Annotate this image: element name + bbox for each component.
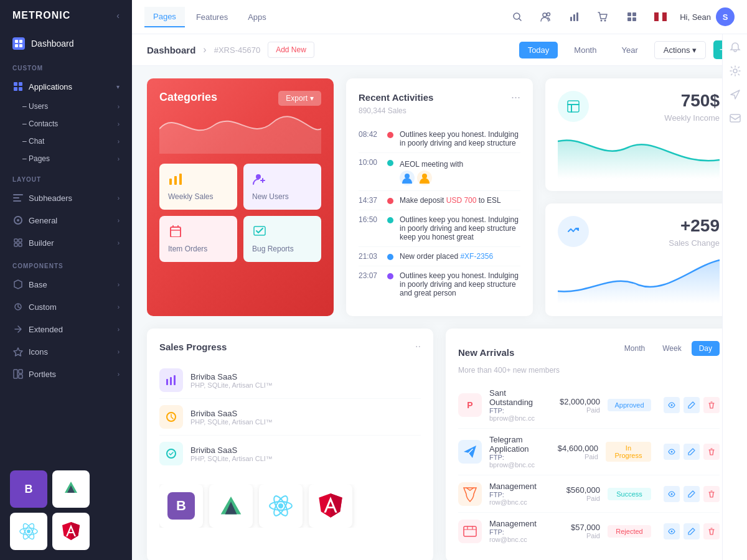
main-area: Pages Features Apps Hi, Sean [132, 0, 747, 560]
weekly-sales-icon [168, 172, 228, 189]
arrival-delete-4[interactable] [703, 523, 720, 539]
arrival-paid-2: Paid [542, 453, 598, 460]
sidebar-item-base[interactable]: Base › [0, 273, 132, 296]
activity-item-6: 23:07 Outlines keep you honest. Indulgin… [359, 266, 520, 302]
angular-logo[interactable] [309, 484, 352, 528]
bootstrap-logo[interactable]: B [159, 484, 203, 528]
arrival-view-4[interactable] [664, 523, 680, 539]
sidebar-item-contacts[interactable]: – Contacts › [0, 115, 132, 133]
arrivals-tab-day[interactable]: Day [692, 341, 720, 356]
arrival-delete-3[interactable] [703, 486, 720, 502]
sidebar-item-builder[interactable]: Builder › [0, 231, 132, 254]
flag-icon[interactable] [651, 7, 670, 26]
sidebar-item-chat[interactable]: – Chat › [0, 133, 132, 150]
svg-rect-44 [171, 227, 181, 237]
framework-icons: B [0, 460, 132, 560]
svg-rect-36 [632, 17, 636, 21]
svg-rect-62 [464, 526, 476, 536]
vue-logo[interactable] [209, 484, 253, 528]
year-button[interactable]: Year [613, 42, 646, 58]
category-item-orders[interactable]: Item Orders [159, 216, 237, 262]
svg-rect-16 [19, 243, 22, 246]
sidebar-logo: METRONIC ‹ [0, 0, 132, 31]
tab-apps[interactable]: Apps [239, 7, 275, 27]
arrival-edit-4[interactable] [684, 523, 700, 539]
icons-arrow: › [118, 348, 120, 355]
panel-mail-icon[interactable] [730, 113, 741, 126]
cart-icon[interactable] [594, 7, 613, 26]
sidebar-dashboard-item[interactable]: Dashboard [0, 31, 132, 56]
sidebar-item-extended[interactable]: Extended › [0, 318, 132, 340]
arrival-delete-2[interactable] [703, 444, 720, 460]
svg-rect-4 [14, 82, 17, 86]
top-navigation: Pages Features Apps Hi, Sean [132, 0, 747, 34]
general-icon [12, 215, 24, 226]
svg-point-46 [405, 174, 410, 179]
right-panel [722, 34, 747, 560]
user-menu[interactable]: Hi, Sean S [680, 7, 735, 26]
arrivals-tabs: Month Week Day [617, 341, 720, 356]
sidebar-item-applications[interactable]: Applications ▾ [0, 75, 132, 98]
svg-rect-39 [662, 12, 667, 21]
pages-arrow: › [118, 156, 120, 162]
category-weekly-sales[interactable]: Weekly Sales [159, 164, 237, 210]
arrival-edit-3[interactable] [684, 486, 700, 502]
category-bug-reports[interactable]: Bug Reports [243, 216, 321, 262]
user-group-icon[interactable] [537, 7, 555, 26]
activities-subtitle: 890,344 Sales [359, 106, 520, 115]
add-new-button[interactable]: Add New [268, 42, 314, 58]
sales-icon-2 [159, 405, 183, 429]
panel-bell-icon[interactable] [730, 42, 741, 55]
sales-progress-card: Sales Progress ·· Briviba SaaS PHP, SQLi… [147, 329, 433, 560]
actions-button[interactable]: Actions ▾ [654, 41, 706, 59]
sidebar-item-icons[interactable]: Icons › [0, 340, 132, 363]
grid-icon[interactable] [622, 7, 641, 26]
search-icon-button[interactable] [508, 7, 527, 26]
activities-menu[interactable]: ··· [511, 91, 520, 104]
sidebar-item-pages[interactable]: – Pages › [0, 150, 132, 167]
react-icon[interactable] [10, 513, 47, 550]
tab-pages[interactable]: Pages [144, 7, 185, 27]
sales-menu[interactable]: ·· [415, 341, 421, 352]
sidebar-item-general[interactable]: General › [0, 209, 132, 231]
month-button[interactable]: Month [565, 42, 605, 58]
activity-time-3: 14:37 [359, 196, 381, 205]
base-arrow: › [118, 281, 120, 288]
activity-text-5: New order placed #XF-2356 [400, 252, 520, 261]
svg-text:P: P [467, 400, 472, 410]
sidebar-collapse-button[interactable]: ‹ [116, 11, 120, 21]
svg-point-31 [601, 20, 603, 22]
arrival-row-1: P Sant Outstanding FTP: bprow@bnc.cc $2,… [458, 382, 720, 429]
bootstrap-icon[interactable]: B [10, 470, 47, 508]
general-arrow: › [118, 217, 120, 224]
portlets-label: Portlets [29, 370, 56, 379]
category-new-users[interactable]: New Users [243, 164, 321, 210]
sidebar-item-custom[interactable]: Custom › [0, 296, 132, 318]
arrival-delete-1[interactable] [703, 397, 720, 413]
weekly-income-icon [558, 91, 589, 122]
arrival-edit-2[interactable] [684, 444, 700, 460]
extended-icon [12, 324, 24, 335]
tab-features[interactable]: Features [187, 7, 237, 27]
sidebar-item-subheaders[interactable]: Subheaders › [0, 187, 132, 209]
activity-item-3: 14:37 Make deposit USD 700 to ESL [359, 191, 520, 210]
arrivals-tab-month[interactable]: Month [617, 341, 652, 356]
arrival-view-1[interactable] [664, 397, 680, 413]
sidebar-item-portlets[interactable]: Portlets › [0, 363, 132, 385]
arrival-view-3[interactable] [664, 486, 680, 502]
sales-item-2: Briviba SaaS PHP, SQLite, Artisan CLI™ [159, 399, 421, 436]
recent-activities-card: Recent Activities ··· 890,344 Sales 08:4… [346, 78, 533, 316]
arrivals-tab-week[interactable]: Week [655, 341, 688, 356]
panel-send-icon[interactable] [730, 89, 741, 103]
arrival-ftp-4: FTP: row@bnc.cc [489, 528, 537, 543]
chart-icon[interactable] [565, 7, 584, 26]
react-logo[interactable] [259, 484, 303, 528]
today-button[interactable]: Today [519, 42, 558, 58]
vue-icon[interactable] [52, 470, 90, 508]
arrival-edit-1[interactable] [684, 397, 700, 413]
chat-arrow: › [118, 138, 120, 145]
sidebar-item-users[interactable]: – Users › [0, 98, 132, 115]
panel-settings-icon[interactable] [730, 65, 741, 79]
arrival-view-2[interactable] [664, 444, 680, 460]
angular-icon[interactable] [52, 513, 90, 550]
